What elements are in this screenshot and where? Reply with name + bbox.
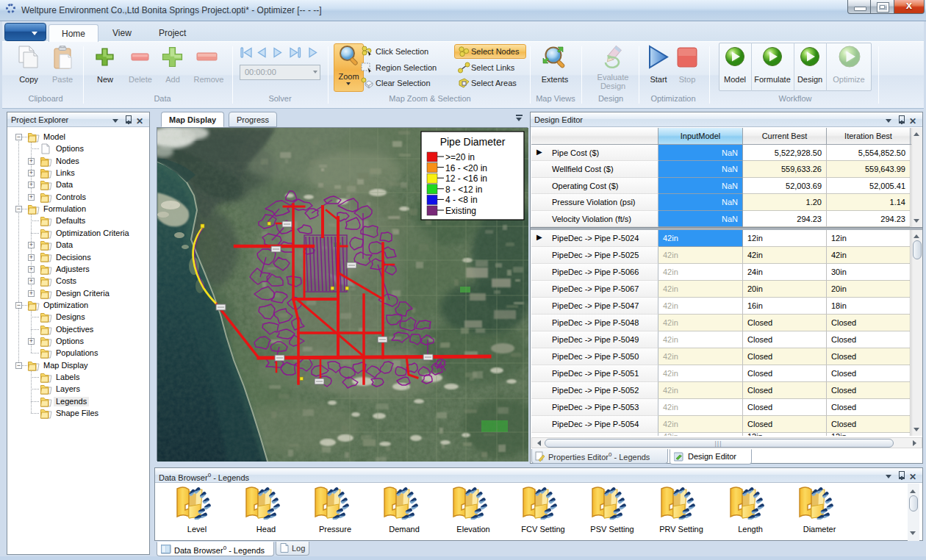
svg-text:>=20 in: >=20 in	[445, 152, 475, 162]
svg-text:Pipe Diameter: Pipe Diameter	[440, 136, 506, 148]
svg-text:4 - <8 in: 4 - <8 in	[445, 195, 478, 205]
svg-text:16 - <20 in: 16 - <20 in	[445, 163, 487, 173]
svg-text:12 - <16 in: 12 - <16 in	[445, 173, 487, 184]
svg-text:Existing: Existing	[445, 206, 476, 216]
svg-text:8 - <12 in: 8 - <12 in	[445, 184, 482, 195]
